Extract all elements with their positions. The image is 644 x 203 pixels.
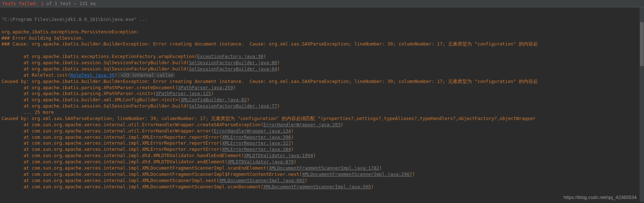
caused-by: Caused by: org.xml.sax.SAXParseException…	[1, 116, 536, 121]
source-link[interactable]: XPathParser.java:125	[156, 91, 211, 96]
source-link[interactable]: XMLErrorReporter.java:327	[222, 140, 291, 146]
vertical-scrollbar[interactable]	[640, 7, 644, 202]
tests-total: 1	[55, 1, 58, 6]
stack-line: at com.sun.org.apache.xerces.internal.im…	[1, 140, 294, 146]
source-link[interactable]: XMLDocumentFragmentScannerImpl.java:505	[263, 184, 371, 189]
tests-failed-label: Tests failed:	[2, 1, 38, 6]
source-link[interactable]: XMLDocumentFragmentScannerImpl.java:1782	[269, 165, 379, 171]
stack-line: at com.sun.org.apache.xerces.internal.im…	[1, 165, 382, 171]
source-link[interactable]: SqlSessionFactoryBuilder.java:77	[189, 103, 277, 109]
more-frames: ... 25 more	[1, 109, 54, 115]
stack-line: at com.sun.org.apache.xerces.internal.im…	[1, 146, 294, 152]
command-line: "C:\Program Files\Java\jdk1.8.0_161\bin\…	[1, 17, 148, 22]
stack-line: at org.apache.ibatis.session.SqlSessionF…	[1, 60, 280, 65]
stack-line: at com.sun.org.apache.xerces.internal.im…	[1, 171, 415, 177]
source-link[interactable]: XMLDocumentScannerImpl.java:602	[219, 178, 305, 183]
source-link[interactable]: XMLErrorReporter.java:396	[222, 134, 291, 140]
source-link[interactable]: SqlSessionFactoryBuilder.java:80	[189, 60, 277, 65]
internal-calls[interactable]: <23 internal calls>	[117, 72, 175, 78]
source-link[interactable]: XMLErrorReporter.java:284	[222, 146, 291, 152]
stack-line: at org.apache.ibatis.exceptions.Exceptio…	[1, 54, 266, 59]
scrollbar-thumb[interactable]	[640, 22, 644, 66]
source-link-active[interactable]: RoleTest.java:39	[70, 72, 114, 78]
stack-line: at com.sun.org.apache.xerces.internal.im…	[1, 184, 374, 189]
stack-line: at com.sun.org.apache.xerces.internal.ut…	[1, 128, 294, 134]
stack-line: at RoleTest.init(RoleTest.java:39) <23 i…	[1, 72, 175, 78]
tests-failed-count: 1	[41, 1, 44, 6]
source-link[interactable]: XPathParser.java:259	[178, 85, 233, 90]
error-building: ### Error building SqlSession.	[1, 35, 84, 41]
source-link[interactable]: ErrorHandlerWrapper.java:134	[214, 128, 291, 134]
stack-line: at org.apache.ibatis.session.SqlSessionF…	[1, 66, 280, 72]
stack-line: at com.sun.org.apache.xerces.internal.im…	[1, 178, 307, 183]
stack-line: at com.sun.org.apache.xerces.internal.ut…	[1, 122, 343, 127]
source-link[interactable]: ErrorHandlerWrapper.java:203	[263, 122, 341, 127]
stack-line: at org.apache.ibatis.builder.xml.XMLConf…	[1, 97, 249, 102]
stack-line: at com.sun.org.apache.xerces.internal.im…	[1, 153, 316, 158]
console-output[interactable]: "C:\Program Files\Java\jdk1.8.0_161\bin\…	[0, 7, 644, 193]
caused-by: Caused by: org.apache.ibatis.builder.Bui…	[1, 79, 538, 84]
test-label: test	[60, 1, 71, 6]
stack-line: at org.apache.ibatis.session.SqlSessionF…	[1, 103, 280, 109]
cause-line: ### Cause: org.apache.ibatis.builder.Bui…	[1, 41, 538, 47]
stack-line: at com.sun.org.apache.xerces.internal.im…	[1, 134, 294, 140]
source-link[interactable]: XMLDocumentFragmentScannerImpl.java:2967	[302, 171, 412, 177]
duration: – 131 ms	[74, 1, 96, 6]
stack-line: at com.sun.org.apache.xerces.internal.im…	[1, 159, 296, 164]
stack-line: at org.apache.ibatis.parsing.XPathParser…	[1, 85, 236, 90]
watermark: https://blog.csdn.net/qq_42365534	[564, 195, 637, 200]
stack-line: at org.apache.ibatis.parsing.XPathParser…	[1, 91, 214, 96]
source-link[interactable]: ExceptionFactory.java:30	[197, 54, 263, 59]
source-link[interactable]: XMLConfigBuilder.java:82	[181, 97, 247, 102]
source-link[interactable]: XMLDTDValidator.java:1994	[244, 153, 313, 158]
source-link[interactable]: XMLDTDValidator.java:879	[227, 159, 294, 164]
of-label: of	[46, 1, 52, 6]
source-link[interactable]: SqlSessionFactoryBuilder.java:64	[189, 66, 277, 72]
test-results-header: Tests failed: 1 of 1 test – 131 ms	[0, 0, 644, 7]
exception-header: org.apache.ibatis.exceptions.Persistence…	[1, 29, 139, 35]
